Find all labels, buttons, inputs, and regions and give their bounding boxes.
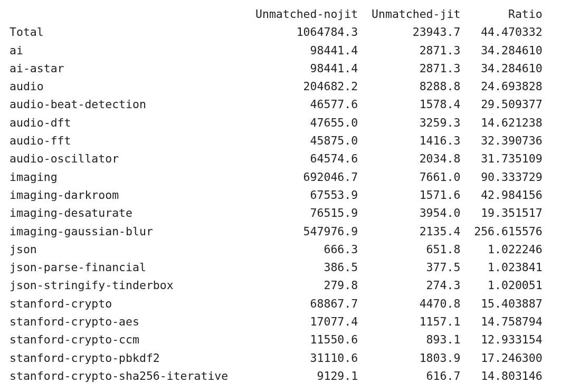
table-row: stanford-crypto-ccm 11550.6 893.1 12.933… — [10, 331, 560, 349]
cell-ratio: 256.615576 — [460, 225, 542, 238]
table-row: stanford-crypto-sha256-iterative 9129.1 … — [10, 367, 560, 385]
cell-unmatched-jit: 651.8 — [358, 243, 460, 256]
table-row: imaging 692046.7 7661.0 90.333729 — [10, 168, 560, 186]
cell-name: stanford-crypto-pbkdf2 — [10, 351, 242, 365]
cell-name: stanford-crypto-ccm — [10, 333, 242, 346]
col-header-name — [10, 7, 242, 21]
cell-name: stanford-crypto-aes — [10, 315, 242, 328]
cell-unmatched-nojit: 68867.7 — [242, 297, 358, 310]
cell-unmatched-nojit: 11550.6 — [242, 333, 358, 346]
cell-unmatched-jit: 2135.4 — [358, 225, 460, 238]
table-row: audio-oscillator 64574.6 2034.8 31.73510… — [10, 150, 560, 168]
cell-name: json-parse-financial — [10, 261, 242, 274]
cell-unmatched-jit: 1571.6 — [358, 188, 460, 202]
cell-unmatched-jit: 274.3 — [358, 279, 460, 292]
table-row: audio-fft 45875.0 1416.3 32.390736 — [10, 132, 560, 150]
cell-unmatched-nojit: 17077.4 — [242, 315, 358, 328]
table-row: audio-dft 47655.0 3259.3 14.621238 — [10, 114, 560, 132]
cell-name: json-stringify-tinderbox — [10, 279, 242, 292]
col-header-unmatched-nojit: Unmatched-nojit — [242, 7, 358, 21]
cell-ratio: 42.984156 — [460, 188, 542, 202]
table-header-row: Unmatched-nojit Unmatched-jit Ratio — [10, 5, 560, 23]
table-row: imaging-gaussian-blur 547976.9 2135.4 25… — [10, 223, 560, 241]
cell-unmatched-jit: 1578.4 — [358, 98, 460, 111]
cell-ratio: 14.621238 — [460, 116, 542, 129]
cell-unmatched-nojit: 31110.6 — [242, 351, 358, 365]
cell-unmatched-nojit: 666.3 — [242, 243, 358, 256]
cell-name: stanford-crypto-sha256-iterative — [10, 369, 242, 383]
table-row: json-stringify-tinderbox 279.8 274.3 1.0… — [10, 276, 560, 294]
cell-unmatched-nojit: 98441.4 — [242, 44, 358, 57]
cell-name: audio — [10, 80, 242, 93]
cell-ratio: 15.403887 — [460, 297, 542, 310]
cell-ratio: 19.351517 — [460, 206, 542, 219]
cell-unmatched-jit: 893.1 — [358, 333, 460, 346]
cell-name: imaging-gaussian-blur — [10, 225, 242, 238]
cell-name: imaging-darkroom — [10, 188, 242, 202]
cell-ratio: 34.284610 — [460, 62, 542, 75]
cell-unmatched-nojit: 204682.2 — [242, 80, 358, 93]
cell-name: json — [10, 243, 242, 256]
table-row: imaging-darkroom 67553.9 1571.6 42.98415… — [10, 186, 560, 204]
cell-unmatched-nojit: 547976.9 — [242, 225, 358, 238]
cell-ratio: 24.693828 — [460, 80, 542, 93]
cell-unmatched-jit: 2034.8 — [358, 152, 460, 165]
cell-unmatched-jit: 2871.3 — [358, 62, 460, 75]
cell-unmatched-jit: 377.5 — [358, 261, 460, 274]
cell-unmatched-jit: 1157.1 — [358, 315, 460, 328]
cell-unmatched-nojit: 692046.7 — [242, 170, 358, 184]
cell-ratio: 31.735109 — [460, 152, 542, 165]
cell-unmatched-nojit: 64574.6 — [242, 152, 358, 165]
cell-unmatched-jit: 616.7 — [358, 369, 460, 383]
cell-name: Total — [10, 25, 242, 39]
cell-ratio: 17.246300 — [460, 351, 542, 365]
cell-ratio: 14.758794 — [460, 315, 542, 328]
cell-unmatched-jit: 7661.0 — [358, 170, 460, 184]
cell-ratio: 14.803146 — [460, 369, 542, 383]
cell-name: imaging — [10, 170, 242, 184]
cell-ratio: 34.284610 — [460, 44, 542, 57]
table-row: ai-astar 98441.4 2871.3 34.284610 — [10, 60, 560, 78]
cell-name: audio-oscillator — [10, 152, 242, 165]
table-row: stanford-crypto-aes 17077.4 1157.1 14.75… — [10, 313, 560, 331]
cell-name: ai-astar — [10, 62, 242, 75]
table-row: json 666.3 651.8 1.022246 — [10, 241, 560, 259]
cell-ratio: 90.333729 — [460, 170, 542, 184]
cell-ratio: 12.933154 — [460, 333, 542, 346]
cell-unmatched-jit: 2871.3 — [358, 44, 460, 57]
cell-name: audio-beat-detection — [10, 98, 242, 111]
cell-unmatched-jit: 3259.3 — [358, 116, 460, 129]
cell-ratio: 29.509377 — [460, 98, 542, 111]
cell-unmatched-nojit: 386.5 — [242, 261, 358, 274]
cell-unmatched-jit: 23943.7 — [358, 25, 460, 39]
table-row: stanford-crypto-pbkdf2 31110.6 1803.9 17… — [10, 349, 560, 367]
cell-unmatched-jit: 3954.0 — [358, 206, 460, 219]
cell-name: audio-fft — [10, 134, 242, 147]
cell-unmatched-nojit: 45875.0 — [242, 134, 358, 147]
table-row: imaging-desaturate 76515.9 3954.0 19.351… — [10, 204, 560, 222]
cell-name: stanford-crypto — [10, 297, 242, 310]
table-row: json-parse-financial 386.5 377.5 1.02384… — [10, 259, 560, 276]
cell-unmatched-jit: 4470.8 — [358, 297, 460, 310]
cell-unmatched-nojit: 9129.1 — [242, 369, 358, 383]
cell-name: ai — [10, 44, 242, 57]
col-header-ratio: Ratio — [460, 7, 542, 21]
table-row: Total 1064784.3 23943.7 44.470332 — [10, 23, 560, 41]
cell-unmatched-nojit: 98441.4 — [242, 62, 358, 75]
cell-name: imaging-desaturate — [10, 206, 242, 219]
cell-unmatched-nojit: 67553.9 — [242, 188, 358, 202]
cell-unmatched-jit: 8288.8 — [358, 80, 460, 93]
cell-unmatched-nojit: 46577.6 — [242, 98, 358, 111]
cell-unmatched-nojit: 76515.9 — [242, 206, 358, 219]
table-row: ai 98441.4 2871.3 34.284610 — [10, 42, 560, 60]
cell-ratio: 1.023841 — [460, 261, 542, 274]
benchmark-table: Unmatched-nojit Unmatched-jit RatioTotal… — [0, 0, 570, 392]
cell-ratio: 1.020051 — [460, 279, 542, 292]
col-header-unmatched-jit: Unmatched-jit — [358, 7, 460, 21]
cell-unmatched-nojit: 1064784.3 — [242, 25, 358, 39]
cell-ratio: 44.470332 — [460, 25, 542, 39]
cell-unmatched-jit: 1416.3 — [358, 134, 460, 147]
cell-unmatched-nojit: 279.8 — [242, 279, 358, 292]
table-row: audio 204682.2 8288.8 24.693828 — [10, 78, 560, 95]
cell-ratio: 32.390736 — [460, 134, 542, 147]
